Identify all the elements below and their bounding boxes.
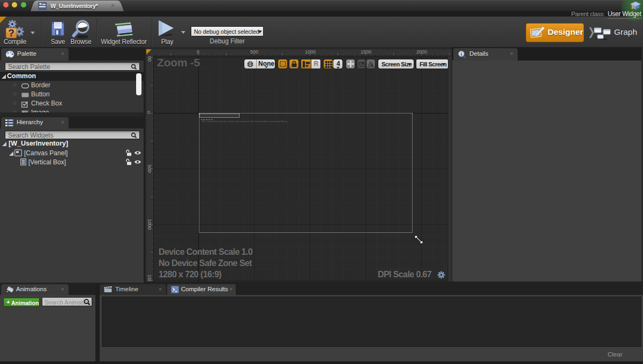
svg-text:?: ? xyxy=(8,27,14,39)
